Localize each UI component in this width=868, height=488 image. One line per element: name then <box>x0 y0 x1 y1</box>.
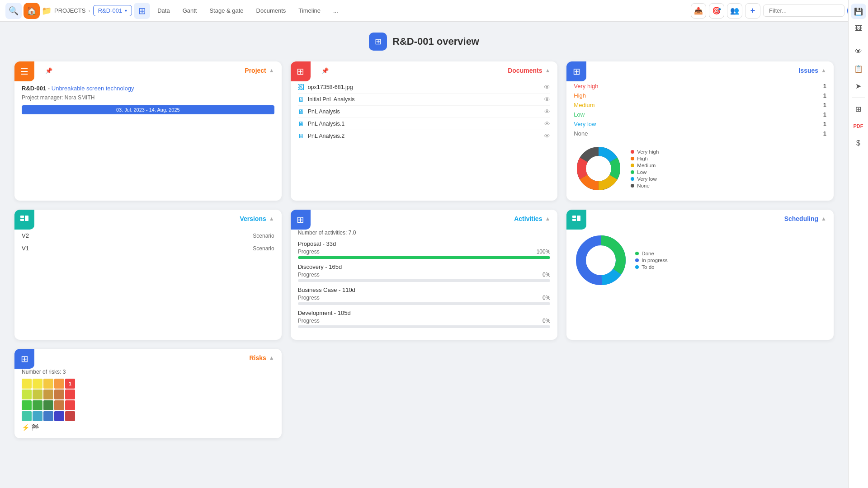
doc-eye-icon-4[interactable]: 👁 <box>544 132 550 140</box>
legend-label-high: High <box>637 156 648 161</box>
doc-eye-icon-3[interactable]: 👁 <box>544 120 550 127</box>
activity-proposal: Proposal - 33d Progress 100% <box>298 240 551 259</box>
project-header-chevron-icon[interactable]: ▲ <box>269 67 274 74</box>
users-button[interactable]: 👥 <box>727 3 742 19</box>
version-item-v1: V1 Scenario <box>22 242 274 254</box>
issues-chevron-icon[interactable]: ▲ <box>821 67 826 74</box>
version-item-v2: V2 Scenario <box>22 230 274 242</box>
doc-name-0[interactable]: opx17358-681.jpg <box>308 84 544 90</box>
issue-item-none: None 1 <box>574 129 826 138</box>
risk-cell-18 <box>54 411 64 421</box>
project-dropdown[interactable]: R&D-001 ▾ <box>93 5 132 16</box>
tab-stage-gate[interactable]: Stage & gate <box>204 5 249 17</box>
versions-list: V2 Scenario V1 Scenario <box>22 230 274 254</box>
project-name-link[interactable]: Unbreakable screen technology <box>52 85 134 92</box>
project-pin-icon[interactable]: 📌 <box>45 67 52 74</box>
version-name-v1: V1 <box>22 245 29 252</box>
documents-card: ⊞ 📌 Documents ▲ 🖼 opx17358-681.jpg 👁 <box>291 61 558 201</box>
sidebar-clipboard-icon[interactable]: 📋 <box>851 61 866 76</box>
sidebar-save-icon[interactable]: 💾 <box>851 4 866 19</box>
projects-folder-icon: 📁 <box>42 6 52 16</box>
tab-gantt[interactable]: Gantt <box>177 5 203 17</box>
activity-progress-pct-proposal: 100% <box>537 249 551 255</box>
risk-cell-2 <box>43 379 53 389</box>
target-button[interactable]: 🎯 <box>709 3 724 19</box>
activity-progress-row-development: Progress 0% <box>298 318 551 324</box>
grid-view-button[interactable]: ⊞ <box>134 3 150 19</box>
search-button[interactable]: 🔍 <box>5 3 22 19</box>
svg-point-16 <box>587 247 614 274</box>
legend-item-medium: Medium <box>631 163 659 168</box>
sidebar-send-icon[interactable]: ➤ <box>851 78 866 94</box>
versions-card-icon <box>14 210 34 230</box>
sidebar-layout-icon[interactable]: ⊞ <box>851 101 866 117</box>
doc-eye-icon-0[interactable]: 👁 <box>544 84 550 91</box>
legend-item-none: None <box>631 183 659 188</box>
activities-card-body: Number of activities: 7.0 Proposal - 33d… <box>291 226 558 340</box>
activity-progress-row-business-case: Progress 0% <box>298 295 551 301</box>
doc-eye-icon-2[interactable]: 👁 <box>544 108 550 115</box>
versions-header-title: Versions <box>240 215 266 222</box>
risks-card: ⊞ Risks ▲ Number of risks: 3 1 <box>14 349 282 438</box>
tab-timeline[interactable]: Timeline <box>293 5 326 17</box>
sidebar-separator-2 <box>852 97 865 98</box>
issue-item-very-low: Very low 1 <box>574 119 826 129</box>
doc-name-3[interactable]: PnL Analysis.1 <box>308 121 544 127</box>
risks-card-icon: ⊞ <box>14 349 34 369</box>
scheduling-chevron-icon[interactable]: ▲ <box>821 216 826 222</box>
doc-name-4[interactable]: PnL Analysis.2 <box>308 133 544 139</box>
doc-eye-icon-1[interactable]: 👁 <box>544 96 550 103</box>
doc-item-4: 🖥 PnL Analysis.2 👁 <box>298 130 551 142</box>
project-header-title: Project <box>245 67 266 74</box>
doc-name-2[interactable]: PnL Analysis <box>308 108 544 115</box>
issue-count-none: 1 <box>823 130 826 137</box>
risk-heatmap-container: 1 <box>22 379 85 421</box>
version-name-v2: V2 <box>22 232 29 239</box>
issues-donut-chart <box>574 144 623 193</box>
issue-label-low: Low <box>574 111 585 118</box>
sidebar-dollar-icon[interactable]: $ <box>851 136 866 151</box>
version-type-v1: Scenario <box>253 245 274 252</box>
progress-bar-business-case <box>298 302 551 305</box>
svg-rect-7 <box>20 216 24 218</box>
doc-item-0: 🖼 opx17358-681.jpg 👁 <box>298 81 551 94</box>
legend-label-very-low: Very low <box>637 176 656 182</box>
documents-pin-icon[interactable]: 📌 <box>321 67 329 74</box>
versions-chevron-icon[interactable]: ▲ <box>269 216 274 222</box>
cards-grid: ☰ 📌 Project ▲ R&D-001 - Unbreakable scre… <box>14 61 834 438</box>
doc-screen-icon-4: 🖥 <box>298 132 304 140</box>
versions-card-header: Versions ▲ <box>14 210 282 226</box>
home-button[interactable]: 🏠 <box>24 3 40 19</box>
tab-documents[interactable]: Documents <box>251 5 292 17</box>
svg-rect-12 <box>577 216 580 221</box>
right-sidebar: 💾 🖼 👁 📋 ➤ ⊞ PDF $ <box>848 0 868 488</box>
issue-label-high: High <box>574 92 586 99</box>
filter-input[interactable] <box>763 5 844 17</box>
activities-chevron-icon[interactable]: ▲ <box>545 216 550 222</box>
sidebar-image-icon[interactable]: 🖼 <box>851 21 866 36</box>
issue-count-low: 1 <box>823 111 826 118</box>
project-manager-name: Nora SMITH <box>65 94 95 101</box>
add-button[interactable]: + <box>745 3 760 19</box>
documents-chevron-icon[interactable]: ▲ <box>545 67 550 74</box>
versions-card-body: V2 Scenario V1 Scenario <box>14 226 282 262</box>
project-card-body: R&D-001 - Unbreakable screen technology … <box>14 81 282 122</box>
issue-item-high: High 1 <box>574 91 826 100</box>
activity-title-proposal: Proposal - 33d <box>298 240 551 247</box>
tab-more[interactable]: ... <box>328 5 344 17</box>
projects-link[interactable]: PROJECTS <box>54 7 85 14</box>
legend-label-none: None <box>637 183 650 188</box>
inbox-button[interactable]: 📥 <box>691 3 706 19</box>
sidebar-eye-icon[interactable]: 👁 <box>851 44 866 59</box>
activities-card-header: Activities ▲ <box>291 210 558 226</box>
dropdown-chevron-icon: ▾ <box>125 8 127 13</box>
issue-label-none: None <box>574 130 588 137</box>
risks-chevron-icon[interactable]: ▲ <box>269 355 274 361</box>
sidebar-pdf-icon[interactable]: PDF <box>851 118 866 134</box>
progress-fill-proposal <box>298 256 551 259</box>
tab-data[interactable]: Data <box>152 5 175 17</box>
project-dates-bar: 03. Jul. 2023 - 14. Aug. 2025 <box>22 105 274 114</box>
doc-name-1[interactable]: Initial PnL Analysis <box>308 96 544 103</box>
activity-progress-label-discovery: Progress <box>298 272 320 278</box>
top-navigation: 🔍 🏠 📁 PROJECTS › R&D-001 ▾ ⊞ Data Gantt … <box>0 0 868 22</box>
